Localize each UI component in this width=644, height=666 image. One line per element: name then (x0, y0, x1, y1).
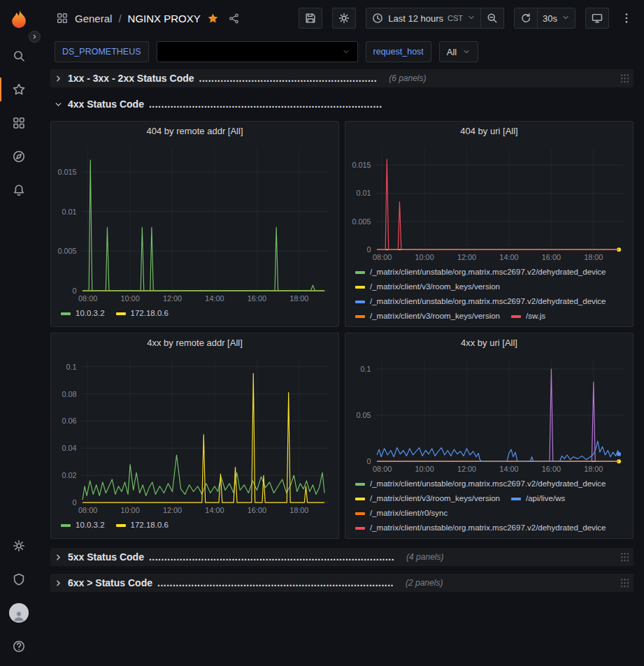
svg-text:18:00: 18:00 (289, 506, 308, 514)
zoom-out-time-button[interactable] (480, 8, 504, 29)
sidebar-item-dashboards[interactable] (0, 106, 38, 140)
legend-series-marker (355, 527, 365, 530)
grafana-logo[interactable] (7, 8, 31, 32)
legend-item[interactable]: /_matrix/client/v3/room_keys/version (355, 491, 500, 506)
svg-text:0.01: 0.01 (62, 208, 76, 216)
chevron-right-icon (54, 74, 63, 83)
svg-text:18:00: 18:00 (584, 253, 603, 261)
svg-text:0.015: 0.015 (352, 161, 371, 169)
legend-series-label: /_matrix/client/unstable/org.matrix.msc2… (370, 521, 606, 535)
share-icon[interactable] (228, 13, 240, 24)
legend-item[interactable]: /api/live/ws (511, 491, 565, 506)
sidebar-item-server-admin[interactable] (0, 563, 38, 596)
dashboard-settings-button[interactable] (332, 8, 356, 29)
legend-item[interactable]: 10.0.3.2 (61, 518, 105, 533)
legend-series-marker (355, 512, 365, 515)
row-title-dots: ........................................… (199, 73, 378, 84)
variable-request-host-dropdown[interactable]: All (439, 41, 478, 62)
apps-icon (56, 12, 69, 24)
sidebar-item-search[interactable] (0, 39, 38, 73)
legend-series-marker (116, 524, 126, 527)
panel-404-by-remote-addr: 404 by remote addr [All] 08:0010:0012:00… (50, 121, 339, 327)
dashboard-row-1xx-3xx-2xx[interactable]: 1xx - 3xx - 2xx Status Code ............… (50, 69, 634, 87)
panel-title[interactable]: 404 by uri [All] (345, 122, 633, 140)
sidebar-expand-button[interactable] (29, 31, 41, 43)
breadcrumb-separator: / (118, 13, 121, 24)
time-series-plot[interactable]: 08:0010:0012:0014:0016:0018:0000.020.040… (51, 352, 338, 517)
favorite-star-icon[interactable] (207, 13, 219, 24)
dashboard-link-request-host[interactable]: request_host (366, 41, 431, 62)
timezone-label: CST (448, 14, 463, 22)
sidebar-item-help[interactable] (0, 630, 38, 663)
svg-text:16:00: 16:00 (248, 506, 266, 514)
row-drag-handle[interactable] (620, 578, 629, 588)
legend-item[interactable]: 172.18.0.6 (116, 518, 169, 533)
legend-series-marker (511, 315, 521, 318)
legend-series-label: /api/live/ws (526, 491, 565, 506)
svg-text:0: 0 (73, 498, 77, 507)
time-series-plot[interactable]: 08:0010:0012:0014:0016:0018:0000.0050.01… (345, 140, 633, 264)
dashboard-row-5xx[interactable]: 5xx Status Code ........................… (50, 548, 634, 566)
legend-series-label: /_matrix/client/r0/sync (370, 506, 448, 521)
legend-series-marker (61, 524, 71, 527)
save-dashboard-button[interactable] (299, 8, 322, 29)
svg-text:16:00: 16:00 (542, 253, 561, 261)
svg-text:18:00: 18:00 (584, 465, 603, 473)
clock-icon (371, 12, 384, 24)
legend-item[interactable]: /_matrix/client/unstable/org.matrix.msc2… (355, 477, 606, 491)
panel-title[interactable]: 4xx by remote addr [All] (51, 333, 338, 352)
sidebar-item-starred[interactable] (0, 73, 38, 106)
panel-title[interactable]: 404 by remote addr [All] (51, 122, 338, 140)
legend-series-marker (355, 498, 365, 500)
sidebar-item-configuration[interactable] (0, 529, 38, 563)
legend-series-marker (355, 286, 365, 289)
legend-item[interactable]: 172.18.0.6 (116, 306, 169, 321)
dashboard-row-6xx[interactable]: 6xx > Status Code ......................… (50, 574, 634, 592)
chevron-down-icon (54, 100, 63, 109)
variable-ds-value-dropdown[interactable] (157, 41, 358, 62)
legend-item[interactable]: /_matrix/client/v3/room_keys/version (355, 280, 500, 294)
time-series-plot[interactable]: 08:0010:0012:0014:0016:0018:0000.050.1 (345, 352, 633, 476)
row-title: 1xx - 3xx - 2xx Status Code (68, 73, 194, 84)
panel-title[interactable]: 4xx by uri [All] (345, 333, 633, 352)
svg-text:18:00: 18:00 (289, 294, 308, 303)
legend-item[interactable]: /_matrix/client/r0/sync (355, 506, 448, 521)
legend-series-marker (116, 312, 126, 315)
dashboard-row-4xx[interactable]: 4xx Status Code ........................… (50, 95, 634, 113)
time-series-plot[interactable]: 08:0010:0012:0014:0016:0018:0000.0050.01… (51, 140, 338, 305)
legend-item[interactable]: /sw.js (511, 309, 545, 324)
legend-item[interactable]: /_matrix/client/unstable/org.matrix.msc2… (355, 521, 606, 535)
svg-text:16:00: 16:00 (542, 465, 561, 473)
legend-item[interactable]: /_matrix/client/unstable/org.matrix.msc2… (355, 265, 606, 280)
legend-item[interactable]: 10.0.3.2 (61, 306, 105, 321)
avatar (9, 603, 29, 623)
dashboard-title[interactable]: NGINX PROXY (128, 13, 201, 24)
legend-series-label: /_matrix/client/v3/room_keys/version (370, 280, 500, 294)
legend-series-label: /_matrix/client/unstable/org.matrix.msc2… (370, 477, 606, 491)
legend-series-label: 10.0.3.2 (76, 518, 105, 533)
sidebar-item-profile[interactable] (0, 596, 38, 630)
svg-text:0.06: 0.06 (62, 417, 76, 425)
refresh-interval-label: 30s (543, 13, 557, 24)
refresh-interval-picker[interactable]: 30s (537, 8, 575, 29)
more-options-button[interactable] (619, 8, 634, 29)
svg-text:0.1: 0.1 (66, 363, 77, 371)
legend-series-marker (355, 315, 365, 318)
sidebar-item-explore[interactable] (0, 140, 38, 173)
variable-ds-prometheus[interactable]: DS_PROMETHEUS (55, 41, 149, 62)
svg-text:0.005: 0.005 (57, 247, 76, 255)
time-range-picker[interactable]: Last 12 hours CST (366, 8, 481, 29)
compass-icon (12, 150, 26, 164)
legend-item[interactable]: /_matrix/client/unstable/org.matrix.msc2… (355, 294, 606, 309)
grafana-app: General / NGINX PROXY (0, 0, 644, 666)
svg-text:14:00: 14:00 (205, 294, 224, 303)
sidebar-item-alerting[interactable] (0, 173, 38, 207)
row-drag-handle[interactable] (620, 73, 629, 83)
cycle-view-mode-button[interactable] (585, 8, 609, 29)
svg-text:10:00: 10:00 (120, 294, 139, 303)
legend-item[interactable]: /_matrix/client/v3/room_keys/version (355, 309, 500, 324)
refresh-button[interactable] (514, 8, 538, 29)
row-drag-handle[interactable] (620, 552, 629, 562)
monitor-icon (591, 12, 603, 24)
breadcrumb-folder[interactable]: General (75, 13, 112, 24)
